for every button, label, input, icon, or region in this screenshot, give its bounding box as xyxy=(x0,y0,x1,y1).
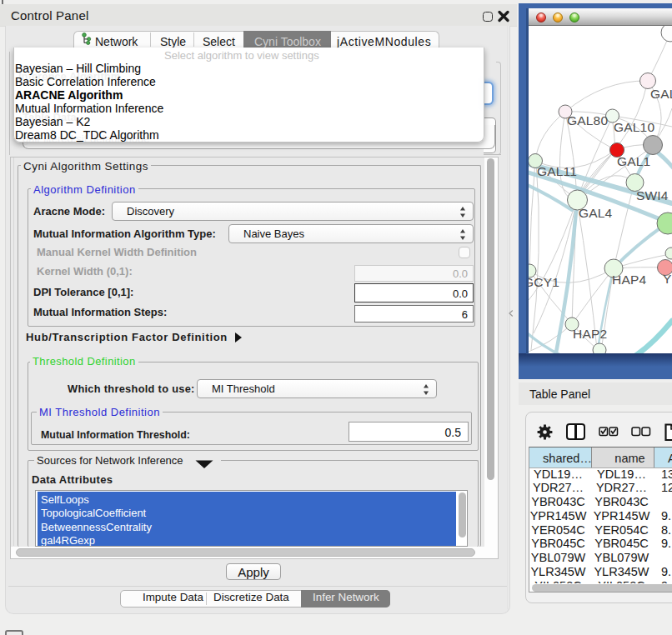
svg-text:GAL1: GAL1 xyxy=(617,154,650,168)
svg-text:GCY1: GCY1 xyxy=(529,275,559,289)
svg-text:YM: YM xyxy=(663,272,672,286)
svg-text:SWI4: SWI4 xyxy=(636,188,669,202)
svg-text:GAL80: GAL80 xyxy=(567,113,608,128)
svg-text:GAL4: GAL4 xyxy=(579,206,613,220)
svg-text:GAL7: GAL7 xyxy=(650,87,672,101)
svg-text:GAL10: GAL10 xyxy=(614,120,654,134)
svg-text:HAP4: HAP4 xyxy=(612,272,646,287)
svg-text:HAP2: HAP2 xyxy=(573,327,607,341)
svg-text:GAL11: GAL11 xyxy=(537,164,577,178)
